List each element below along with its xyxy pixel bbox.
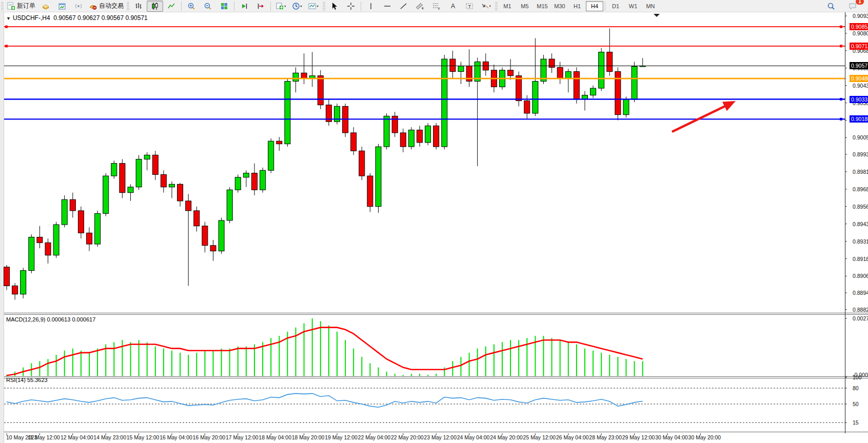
candle [516, 76, 522, 101]
candle [111, 164, 117, 176]
charts-button[interactable] [54, 1, 70, 12]
crosshair-button[interactable] [343, 1, 359, 12]
zoom-out-button[interactable] [200, 1, 216, 12]
rsi-level-label: 100 [853, 374, 862, 380]
arrows-tool-button[interactable] [478, 1, 494, 12]
candle [202, 226, 208, 246]
candle [623, 99, 629, 115]
candle [53, 225, 59, 255]
time-axis-label: 26 May 04:00 [556, 434, 589, 440]
candle [120, 164, 125, 193]
svg-text:F: F [438, 7, 440, 10]
arrows-icon [480, 2, 491, 10]
candle [4, 267, 10, 286]
time-axis-label: 30 May 04:00 [655, 434, 688, 440]
candle [62, 199, 67, 225]
candle [376, 147, 381, 207]
time-axis-label: 16 May 04:00 [160, 434, 192, 440]
text-label-tool-button[interactable]: T [461, 1, 478, 12]
chart-collapse-icon[interactable]: ▼ [6, 16, 11, 21]
timeframe-w1-button[interactable]: W1 [624, 1, 642, 11]
auto-scroll-button[interactable] [236, 1, 252, 12]
toolbar-grip[interactable] [323, 2, 325, 10]
new-chart-button[interactable] [272, 1, 289, 12]
timeframe-m1-button[interactable]: M1 [499, 1, 516, 11]
zoom-in-icon [187, 2, 195, 10]
text-tool-button[interactable]: A [445, 1, 461, 12]
rsi-level-label: 80 [853, 385, 859, 391]
candle [359, 151, 365, 176]
candle [400, 133, 406, 147]
candle [219, 220, 224, 251]
timeframe-m5-button[interactable]: M5 [516, 1, 534, 11]
autotrading-label: 自动交易 [99, 2, 124, 10]
timeframe-d1-button[interactable]: D1 [607, 1, 624, 11]
candle [95, 213, 101, 244]
toolbar-grip[interactable] [1, 2, 4, 10]
toolbar-grip[interactable] [495, 2, 498, 10]
candle [78, 211, 84, 233]
trendline-tool-button[interactable] [396, 1, 412, 12]
time-axis-label: 22 May 04:00 [358, 434, 391, 440]
price-tick-label: 0.89810 [853, 169, 868, 175]
price-tick-label: 0.89310 [853, 238, 868, 245]
timeframe-h1-button[interactable]: H1 [568, 1, 586, 11]
bar-chart-type-button[interactable] [130, 1, 147, 12]
candlestick-chart-type-button[interactable] [147, 1, 163, 12]
candle [12, 286, 18, 294]
market-watch-button[interactable] [37, 1, 54, 12]
vertical-line-tool-button[interactable] [363, 1, 379, 12]
autotrading-icon [89, 2, 97, 10]
timeframe-mn-button[interactable]: MN [642, 1, 659, 11]
tile-windows-button[interactable] [216, 1, 232, 12]
candlestick-chart-canvas[interactable] [0, 12, 868, 443]
timeframe-m30-button[interactable]: M30 [551, 1, 568, 11]
timeframe-h4-button[interactable]: H4 [586, 1, 603, 11]
candle [103, 176, 109, 213]
trend-arrow-annotation[interactable] [672, 101, 736, 132]
clock-icon [292, 2, 302, 10]
autotrading-button[interactable]: 自动交易 [87, 1, 126, 12]
candle [277, 141, 282, 144]
cursor-icon [330, 2, 339, 10]
price-tick-label: 0.89185 [853, 256, 868, 262]
candle [524, 101, 530, 113]
horizontal-line-tool-button[interactable] [379, 1, 396, 12]
tile-windows-icon [220, 2, 228, 10]
timeframe-m15-button[interactable]: M15 [534, 1, 551, 11]
notification-badge: 1 [856, 0, 864, 5]
candle [458, 66, 464, 72]
toolbar-grip[interactable] [127, 2, 129, 10]
timeframe-group: M1M5M15M30H1H4D1W1MN [499, 1, 659, 11]
equidistant-channel-tool-button[interactable]: E [412, 1, 428, 12]
line-chart-type-button[interactable] [163, 1, 180, 12]
candle [549, 59, 555, 67]
main-toolbar: 新订单 自动交易 [0, 0, 868, 12]
templates-button[interactable] [305, 1, 322, 12]
chart-shift-button[interactable] [252, 1, 269, 12]
rsi-line [7, 393, 643, 407]
candle [607, 52, 613, 72]
candle [37, 237, 43, 243]
new-order-label: 新订单 [17, 2, 35, 10]
auto-scroll-icon [240, 2, 248, 10]
new-order-button[interactable]: 新订单 [5, 1, 37, 12]
cursor-button[interactable] [326, 1, 343, 12]
price-tick-label: 0.89060 [853, 273, 868, 279]
svg-text:A: A [451, 3, 455, 10]
notifications-button[interactable]: 1 [844, 1, 861, 12]
fibonacci-tool-button[interactable]: F [428, 1, 445, 12]
candle [194, 211, 200, 226]
rsi-level-label: 15 [853, 419, 859, 426]
price-marker-support: 0.90188 [850, 115, 868, 123]
zoom-in-button[interactable] [183, 1, 200, 12]
candle [293, 73, 299, 81]
periods-button[interactable] [289, 1, 305, 12]
search-button[interactable] [823, 1, 839, 12]
candle [136, 159, 142, 187]
bars-icon [134, 2, 143, 10]
candle [210, 246, 216, 251]
signals-button[interactable] [70, 1, 87, 12]
chart-shift-marker-icon[interactable] [654, 14, 660, 17]
price-marker-resistance: 0.90852 [850, 23, 868, 30]
